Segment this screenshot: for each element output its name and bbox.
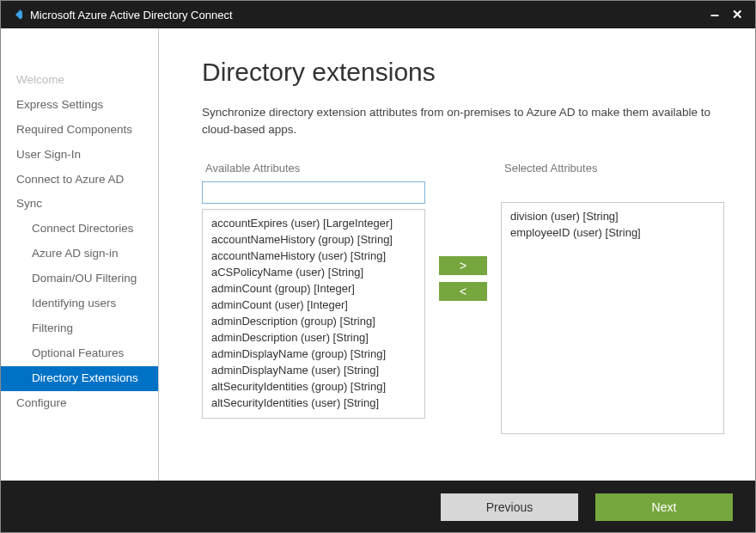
- list-item[interactable]: accountNameHistory (user) [String]: [206, 248, 421, 264]
- nav-item-connect-to-azure-ad[interactable]: Connect to Azure AD: [1, 168, 158, 193]
- previous-button[interactable]: Previous: [441, 493, 578, 521]
- nav-item-express-settings[interactable]: Express Settings: [1, 93, 158, 118]
- selected-column: Selected Attributes division (user) [Str…: [501, 162, 724, 434]
- next-button[interactable]: Next: [595, 493, 733, 521]
- nav-item-optional-features[interactable]: Optional Features: [1, 341, 158, 366]
- list-item[interactable]: adminDisplayName (group) [String]: [206, 346, 421, 362]
- nav-item-sync[interactable]: Sync: [1, 192, 158, 217]
- available-listbox[interactable]: accountExpires (user) [LargeInteger]acco…: [202, 209, 425, 419]
- close-button[interactable]: ✕: [726, 7, 748, 22]
- list-item[interactable]: altSecurityIdentities (user) [String]: [206, 395, 421, 411]
- nav-item-identifying-users[interactable]: Identifying users: [1, 291, 158, 316]
- list-item[interactable]: aCSPolicyName (user) [String]: [206, 264, 421, 280]
- list-item[interactable]: employeeID (user) [String]: [505, 224, 720, 241]
- list-item[interactable]: altSecurityIdentities (group) [String]: [206, 378, 421, 395]
- list-item[interactable]: accountExpires (user) [LargeInteger]: [206, 215, 421, 231]
- main-panel: Directory extensions Synchronize directo…: [159, 28, 755, 481]
- wizard-nav: WelcomeExpress SettingsRequired Componen…: [1, 28, 159, 481]
- list-item[interactable]: adminCount (user) [Integer]: [206, 297, 421, 313]
- nav-item-directory-extensions[interactable]: Directory Extensions: [1, 366, 158, 391]
- selected-listbox[interactable]: division (user) [String]employeeID (user…: [501, 202, 724, 434]
- svg-rect-0: [15, 9, 22, 19]
- nav-item-filtering[interactable]: Filtering: [1, 316, 158, 341]
- list-item[interactable]: adminDescription (user) [String]: [206, 329, 421, 346]
- list-item[interactable]: division (user) [String]: [505, 208, 720, 224]
- move-left-button[interactable]: <: [439, 282, 487, 301]
- nav-item-user-sign-in[interactable]: User Sign-In: [1, 143, 158, 168]
- nav-item-azure-ad-sign-in[interactable]: Azure AD sign-in: [1, 242, 158, 266]
- nav-item-connect-directories[interactable]: Connect Directories: [1, 217, 158, 242]
- search-input[interactable]: [202, 181, 425, 204]
- window-title: Microsoft Azure Active Directory Connect: [30, 9, 704, 21]
- footer: Previous Next: [1, 481, 755, 533]
- list-item[interactable]: accountNameHistory (group) [String]: [206, 231, 421, 248]
- list-item[interactable]: adminCount (group) [Integer]: [206, 280, 421, 297]
- titlebar: Microsoft Azure Active Directory Connect…: [1, 1, 755, 28]
- nav-item-domain-ou-filtering[interactable]: Domain/OU Filtering: [1, 266, 158, 291]
- page-title: Directory extensions: [202, 58, 729, 87]
- azure-logo-icon: [8, 7, 23, 22]
- list-item[interactable]: adminDisplayName (user) [String]: [206, 362, 421, 378]
- selected-label: Selected Attributes: [501, 162, 724, 175]
- page-description: Synchronize directory extension attribut…: [202, 104, 729, 139]
- move-right-button[interactable]: >: [439, 256, 487, 275]
- available-label: Available Attributes: [202, 162, 425, 175]
- nav-item-required-components[interactable]: Required Components: [1, 118, 158, 143]
- available-column: Available Attributes accountExpires (use…: [202, 162, 425, 419]
- nav-item-configure[interactable]: Configure: [1, 391, 158, 416]
- minimize-button[interactable]: –: [704, 10, 726, 19]
- transfer-buttons: > <: [437, 256, 489, 301]
- list-item[interactable]: adminDescription (group) [String]: [206, 313, 421, 329]
- nav-item-welcome[interactable]: Welcome: [1, 68, 158, 93]
